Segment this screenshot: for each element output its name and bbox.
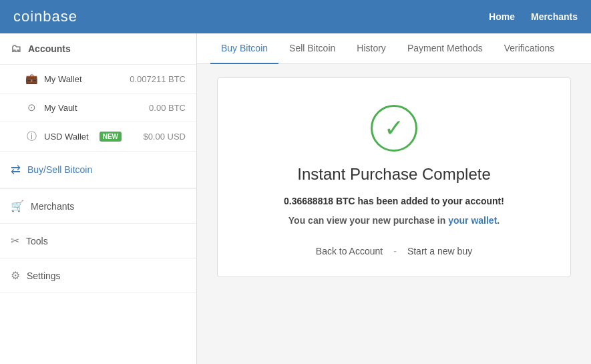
accounts-folder-icon: 🗂 [11,43,21,55]
nav-merchants[interactable]: Merchants [531,11,578,22]
purchase-actions: Back to Account - Start a new buy [316,246,472,256]
tab-verifications[interactable]: Verifications [494,33,565,64]
wallet-label: My Wallet [44,74,82,84]
sidebar: 🗂 Accounts 💼 My Wallet 0.007211 BTC ⊙ My… [0,33,197,364]
tab-buy-bitcoin[interactable]: Buy Bitcoin [210,33,278,64]
nav-home[interactable]: Home [489,11,515,22]
main-content: Buy Bitcoin Sell Bitcoin History Payment… [197,33,591,364]
header-nav: Home Merchants [489,11,578,22]
settings-label: Settings [27,270,61,281]
tab-payment-methods[interactable]: Payment Methods [397,33,494,64]
wallet-icon: 💼 [25,73,37,85]
view-text-prefix: You can view your new purchase in [288,215,448,226]
vault-value: 0.00 BTC [149,103,186,113]
tab-sell-bitcoin[interactable]: Sell Bitcoin [278,33,346,64]
sidebar-item-usd-wallet[interactable]: ⓘ USD Wallet NEW $0.00 USD [0,122,196,152]
main-layout: 🗂 Accounts 💼 My Wallet 0.007211 BTC ⊙ My… [0,33,591,364]
new-badge: NEW [100,132,122,142]
action-separator: - [393,246,397,256]
sidebar-item-my-vault[interactable]: ⊙ My Vault 0.00 BTC [0,94,196,122]
sidebar-item-buy-sell[interactable]: ⇄ Buy/Sell Bitcoin [0,152,196,188]
purchase-complete-card: ✓ Instant Purchase Complete 0.36688818 B… [217,77,571,277]
merchants-label: Merchants [31,201,74,212]
sidebar-item-settings[interactable]: ⚙ Settings [0,258,196,293]
tab-history[interactable]: History [346,33,397,64]
purchase-view-text: You can view your new purchase in your w… [288,215,500,226]
sidebar-accounts-label: Accounts [28,43,71,54]
settings-icon: ⚙ [11,269,20,282]
sidebar-accounts-header: 🗂 Accounts [0,33,196,65]
sidebar-item-my-wallet[interactable]: 💼 My Wallet 0.007211 BTC [0,65,196,94]
coinbase-logo: coinbase [13,8,77,25]
tools-icon: ✂ [11,234,19,247]
tab-bar: Buy Bitcoin Sell Bitcoin History Payment… [197,33,591,64]
view-text-suffix: . [497,215,500,226]
sidebar-item-merchants[interactable]: 🛒 Merchants [0,188,196,224]
start-new-buy-link[interactable]: Start a new buy [407,246,472,256]
purchase-detail: 0.36688818 BTC has been added to your ac… [284,194,504,208]
usd-wallet-label: USD Wallet [44,132,89,142]
purchase-title: Instant Purchase Complete [297,165,491,184]
exchange-icon: ⇄ [11,162,21,177]
sidebar-item-tools[interactable]: ✂ Tools [0,224,196,258]
content-area: ✓ Instant Purchase Complete 0.36688818 B… [197,64,591,364]
checkmark-icon: ✓ [384,116,404,140]
app-header: coinbase Home Merchants [0,0,591,33]
your-wallet-link[interactable]: your wallet [448,215,497,226]
back-to-account-link[interactable]: Back to Account [316,246,383,256]
buy-sell-label: Buy/Sell Bitcoin [27,164,92,175]
vault-label: My Vault [44,103,77,113]
merchants-icon: 🛒 [11,200,24,212]
tools-label: Tools [26,236,48,246]
usd-icon: ⓘ [25,130,37,143]
success-icon-circle: ✓ [371,105,417,152]
vault-icon: ⊙ [25,102,37,114]
wallet-value: 0.007211 BTC [130,74,186,84]
usd-wallet-value: $0.00 USD [143,132,186,142]
